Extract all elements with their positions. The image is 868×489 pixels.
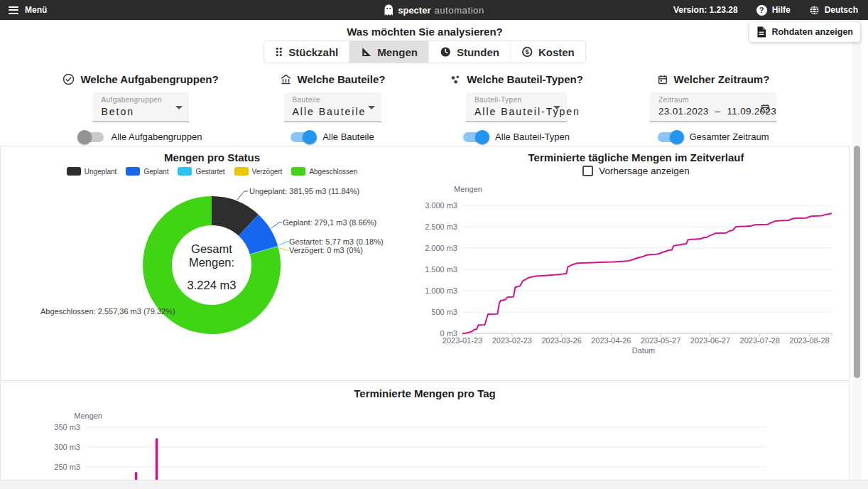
toggle-switch[interactable] bbox=[291, 132, 315, 142]
tab-mengen[interactable]: Mengen bbox=[349, 41, 428, 63]
menu-label: Menü bbox=[25, 5, 47, 15]
toggle-switch[interactable] bbox=[80, 132, 104, 142]
filter-question: Welcher Zeitraum? bbox=[614, 73, 813, 85]
filter-bauteil-typen: Welche Bauteil-Typen? Bauteil-Typen Alle… bbox=[417, 73, 616, 142]
svg-text:2023-03-26: 2023-03-26 bbox=[541, 336, 581, 345]
document-icon bbox=[756, 26, 766, 38]
tab-label: Stunden bbox=[457, 46, 499, 58]
bar-chart-panel: Mengen350 m3300 m3250 m3 Terminierte Men… bbox=[0, 382, 850, 480]
legend-label: Ungeplant bbox=[85, 168, 117, 176]
svg-text:2023-08-28: 2023-08-28 bbox=[789, 336, 829, 345]
svg-text:Mengen: Mengen bbox=[454, 185, 482, 193]
tab-kosten[interactable]: $ Kosten bbox=[510, 41, 585, 63]
bauteil-typen-select[interactable]: Bauteil-Typen Alle Bauteil-Typen bbox=[466, 92, 567, 122]
globe-icon bbox=[809, 5, 820, 16]
analyze-tab-group: Stückzahl Mengen Stunden $ Kosten bbox=[264, 41, 586, 63]
donut-callout: Verzögert: 0 m3 (0%) bbox=[289, 246, 363, 254]
select-label: Aufgabengruppen bbox=[102, 96, 172, 104]
donut-chart-panel: Mengen pro Status UngeplantGeplantGestar… bbox=[0, 146, 424, 381]
help-button[interactable]: ? Hilfe bbox=[756, 5, 791, 16]
topbar-right: Version: 1.23.28 ? Hilfe Deutsch bbox=[673, 0, 858, 20]
forecast-checkbox-label: Vorhersage anzeigen bbox=[599, 166, 690, 176]
tab-stunden[interactable]: Stunden bbox=[428, 41, 510, 63]
select-label: Zeitraum bbox=[658, 96, 759, 104]
menu-button[interactable]: Menü bbox=[9, 0, 47, 20]
svg-text:$: $ bbox=[525, 48, 529, 55]
filter-zeitraum: Welcher Zeitraum? Zeitraum 23.01.2023 – … bbox=[614, 73, 813, 142]
filter-question-label: Welche Bauteil-Typen? bbox=[467, 73, 583, 85]
legend-label: Gestartet bbox=[195, 168, 224, 176]
svg-text:500 m3: 500 m3 bbox=[431, 308, 457, 316]
toggle-label: Alle Aufgabengruppen bbox=[112, 131, 202, 142]
toggle-switch[interactable] bbox=[463, 132, 487, 142]
checkbox-icon[interactable] bbox=[582, 166, 593, 176]
chevron-down-icon bbox=[368, 106, 375, 109]
bauteile-select[interactable]: Bauteile Alle Bauteile bbox=[284, 92, 381, 122]
tab-label: Stückzahl bbox=[288, 46, 338, 58]
svg-text:2023-05-27: 2023-05-27 bbox=[641, 336, 680, 345]
toggle-knob bbox=[475, 130, 489, 144]
horizontal-scrollbar[interactable] bbox=[0, 480, 868, 489]
grid-dots-icon bbox=[275, 46, 283, 58]
toggle-label: Alle Bauteil-Typen bbox=[495, 131, 570, 142]
line-chart-panel: Terminierte tägliche Mengen im Zeitverla… bbox=[423, 146, 850, 381]
donut-callout: Abgeschlossen: 2.557,36 m3 (79.32%) bbox=[40, 307, 163, 316]
legend-item[interactable]: Abgeschlossen bbox=[291, 167, 357, 176]
svg-text:Mengen: Mengen bbox=[74, 412, 102, 420]
svg-text:2023-07-28: 2023-07-28 bbox=[740, 336, 780, 345]
vertical-scrollbar[interactable] bbox=[852, 20, 862, 480]
aufgabengruppen-select[interactable]: Aufgabengruppen Beton bbox=[93, 92, 189, 122]
legend-item[interactable]: Verzögert bbox=[234, 167, 283, 176]
legend-item[interactable]: Geplant bbox=[126, 167, 168, 176]
app-root: Menü specter automation Version: 1.23.28… bbox=[0, 0, 868, 489]
legend-item[interactable]: Ungeplant bbox=[67, 167, 117, 176]
calendar-picker-icon[interactable] bbox=[760, 103, 771, 117]
set-square-icon bbox=[360, 46, 371, 58]
brand-logo: specter automation bbox=[384, 0, 484, 20]
zeitraum-field[interactable]: Zeitraum 23.01.2023 – 11.09.2023 bbox=[650, 92, 776, 122]
svg-text:3.000 m3: 3.000 m3 bbox=[425, 201, 457, 210]
help-icon: ? bbox=[756, 5, 767, 16]
version-label: Version: 1.23.28 bbox=[673, 5, 738, 15]
line-chart-title: Terminierte tägliche Mengen im Zeitverla… bbox=[423, 151, 849, 163]
forecast-checkbox[interactable]: Vorhersage anzeigen bbox=[423, 166, 849, 176]
tab-stueckzahl[interactable]: Stückzahl bbox=[264, 41, 349, 63]
toggle-gesamter-zeitraum[interactable]: Gesamter Zeitraum bbox=[614, 131, 813, 142]
toggle-label: Gesamter Zeitraum bbox=[690, 131, 769, 142]
filter-question: Welche Bauteile? bbox=[233, 73, 432, 85]
legend-label: Geplant bbox=[143, 168, 168, 176]
legend-item[interactable]: Gestartet bbox=[178, 167, 224, 176]
toggle-alle-bauteil-typen[interactable]: Alle Bauteil-Typen bbox=[417, 131, 616, 142]
language-button[interactable]: Deutsch bbox=[809, 5, 858, 16]
svg-text:2.000 m3: 2.000 m3 bbox=[425, 244, 457, 252]
help-label: Hilfe bbox=[772, 5, 791, 15]
svg-text:1.000 m3: 1.000 m3 bbox=[425, 286, 457, 295]
svg-text:250 m3: 250 m3 bbox=[54, 463, 80, 471]
line-chart: Mengen0 m3500 m31.000 m31.500 m32.000 m3… bbox=[423, 182, 849, 382]
svg-text:300 m3: 300 m3 bbox=[54, 443, 80, 451]
filter-aufgabengruppen: Welche Aufgabengruppen? Aufgabengruppen … bbox=[41, 73, 240, 142]
brand-name: specter bbox=[398, 5, 430, 16]
toggle-switch[interactable] bbox=[658, 132, 682, 142]
donut-callout: Geplant: 279,1 m3 (8.66%) bbox=[283, 218, 376, 227]
select-value: Beton bbox=[102, 106, 172, 117]
toggle-knob bbox=[303, 130, 317, 144]
toggle-knob bbox=[77, 130, 92, 144]
legend-label: Verzögert bbox=[252, 168, 283, 176]
filter-bauteile: Welche Bauteile? Bauteile Alle Bauteile … bbox=[233, 73, 432, 142]
legend-color-chip bbox=[291, 167, 305, 176]
svg-text:Datum: Datum bbox=[632, 346, 655, 355]
toggle-label: Alle Bauteile bbox=[322, 131, 374, 142]
legend-color-chip bbox=[126, 167, 140, 176]
vertical-scrollbar-thumb[interactable] bbox=[854, 146, 860, 378]
clock-icon bbox=[440, 46, 451, 58]
topbar: Menü specter automation Version: 1.23.28… bbox=[0, 0, 868, 20]
filter-question-label: Welcher Zeitraum? bbox=[674, 73, 770, 85]
svg-text:2023-01-23: 2023-01-23 bbox=[443, 336, 482, 345]
building-icon bbox=[280, 73, 292, 85]
svg-text:350 m3: 350 m3 bbox=[54, 423, 80, 431]
toggle-alle-bauteile[interactable]: Alle Bauteile bbox=[233, 131, 432, 142]
filter-question-label: Welche Aufgabengruppen? bbox=[80, 73, 218, 85]
toggle-alle-aufgabengruppen[interactable]: Alle Aufgabengruppen bbox=[41, 131, 240, 142]
rohdaten-button[interactable]: Rohdaten anzeigen bbox=[749, 22, 860, 42]
